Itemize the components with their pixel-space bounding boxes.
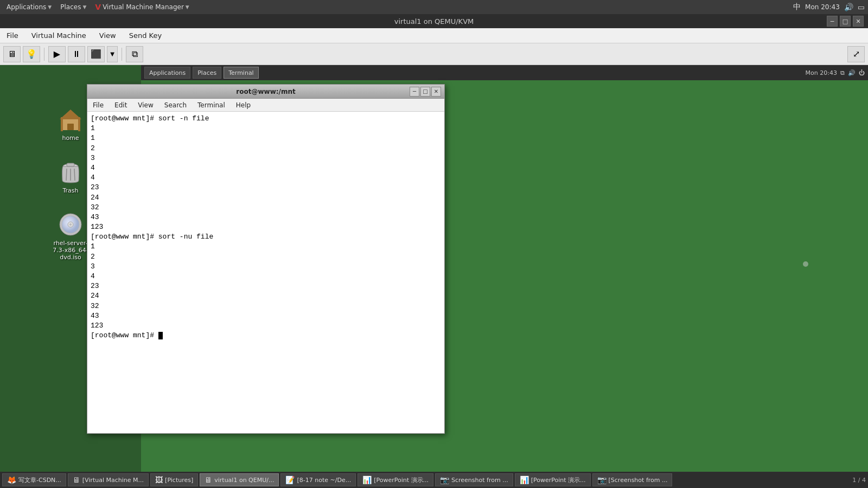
run-button[interactable]: ▶ (48, 46, 66, 62)
terminal-menu-edit[interactable]: Edit (109, 100, 132, 110)
screenshot1-icon: 📷 (440, 476, 449, 484)
inner-taskbar: Applications Places Terminal Mon 20:43 ⧉… (141, 65, 868, 80)
pictures-icon: 🖼 (155, 476, 163, 484)
taskbar-powerpoint1[interactable]: 📊 [PowerPoint 演示... (358, 473, 433, 486)
vm-toolbar: 🖥 💡 ▶ ⏸ ⬛ ▼ ⧉ ⤢ (0, 43, 868, 65)
taskbar-screenshot2[interactable]: 📷 [Screenshot from ... (592, 473, 673, 486)
terminal-title: root@www:/mnt (236, 88, 295, 95)
volume-icon[interactable]: 🔊 (844, 3, 853, 11)
terminal-close-button[interactable]: ✕ (431, 87, 441, 97)
stop-button[interactable]: ⬛ (87, 46, 105, 62)
terminal-window: root@www:/mnt ─ □ ✕ File Edit View Searc… (87, 84, 445, 434)
svg-rect-2 (67, 124, 74, 130)
note-icon: 📝 (285, 476, 295, 484)
vm-toolbar-right: ⤢ (847, 46, 865, 62)
terminal-menu-view[interactable]: View (132, 100, 158, 110)
vm-titlebar-controls: ─ □ ✕ (827, 16, 864, 27)
vm-manager-menu[interactable]: V Virtual Machine Manager ▼ (92, 0, 192, 14)
places-label: Places (60, 3, 81, 11)
taskbar-firefox[interactable]: 🦊 写文章-CSDN... (2, 473, 66, 486)
monitor-button[interactable]: 🖥 (3, 46, 21, 62)
taskbar-qemu[interactable]: 🖥 virtual1 on QEMU/... (200, 473, 279, 486)
inner-places-menu[interactable]: Places (193, 67, 221, 79)
dvd-label: rhel-server-7.3-x86_64-dvd.iso (49, 240, 92, 261)
terminal-menu-search[interactable]: Search (159, 100, 192, 110)
trash-icon (58, 159, 84, 185)
vm-close-button[interactable]: ✕ (853, 16, 864, 27)
powerpoint1-icon: 📊 (362, 476, 372, 484)
terminal-maximize-button[interactable]: □ (420, 87, 430, 97)
taskbar-pictures[interactable]: 🖼 [Pictures] (150, 473, 198, 486)
vm-menu-send-key[interactable]: Send Key (123, 29, 168, 42)
vm-maximize-button[interactable]: □ (840, 16, 851, 27)
system-bar-right: 中 Mon 20:43 🔊 ▭ (793, 2, 865, 12)
inner-power-icon: ⏻ (859, 69, 865, 76)
dvd-icon (58, 211, 84, 237)
taskbar-note[interactable]: 📝 [8-17 note ~/De... (280, 473, 356, 486)
terminal-titlebar[interactable]: root@www:/mnt ─ □ ✕ (87, 85, 444, 99)
system-bar-left: Applications ▼ Places ▼ V Virtual Machin… (3, 0, 193, 14)
home-icon (58, 106, 84, 132)
vm-menu-virtual-machine[interactable]: Virtual Machine (25, 29, 93, 42)
taskbar-powerpoint2[interactable]: 📊 [PowerPoint 演示... (515, 473, 591, 486)
vm-menu-view[interactable]: View (93, 29, 123, 42)
terminal-body[interactable]: [root@www mnt]# sort -n file 1 1 2 3 4 4… (87, 112, 444, 433)
inner-taskbar-right: Mon 20:43 ⧉ 🔊 ⏻ (806, 69, 865, 76)
terminal-menu-file[interactable]: File (87, 100, 109, 110)
toolbar-separator-1 (44, 48, 44, 61)
applications-arrow: ▼ (48, 4, 52, 10)
terminal-menu-bar: File Edit View Search Terminal Help (87, 99, 444, 112)
taskbar-qemu-label: virtual1 on QEMU/... (214, 477, 274, 484)
powerpoint2-icon: 📊 (520, 476, 529, 484)
terminal-menu-help[interactable]: Help (231, 100, 256, 110)
svg-point-13 (69, 223, 72, 226)
display-button[interactable]: ⧉ (126, 46, 143, 62)
inner-monitor-icon: ⧉ (840, 69, 845, 76)
trash-icon-item[interactable]: Trash (54, 156, 87, 197)
battery-icon: ▭ (858, 3, 865, 11)
taskbar-powerpoint1-label: [PowerPoint 演示... (374, 476, 429, 484)
terminal-minimize-button[interactable]: ─ (410, 87, 419, 97)
taskbar-firefox-label: 写文章-CSDN... (18, 476, 61, 484)
inner-terminal-item[interactable]: Terminal (224, 67, 259, 79)
clock: Mon 20:43 (805, 3, 840, 11)
inner-clock: Mon 20:43 (806, 69, 837, 76)
svg-line-6 (66, 169, 67, 181)
stop-expand[interactable]: ▼ (107, 46, 118, 62)
svg-rect-9 (67, 163, 74, 166)
vm-menu-file[interactable]: File (0, 29, 25, 42)
fullscreen-button[interactable]: ⤢ (847, 46, 865, 62)
system-bar: Applications ▼ Places ▼ V Virtual Machin… (0, 0, 868, 14)
applications-menu[interactable]: Applications ▼ (3, 0, 55, 14)
toolbar-separator-2 (122, 48, 122, 61)
vm-menu-bar: File Virtual Machine View Send Key (0, 28, 868, 43)
screenshot2-icon: 📷 (597, 476, 607, 484)
trash-label: Trash (62, 187, 78, 194)
taskbar-virt-manager-label: [Virtual Machine M... (82, 477, 144, 484)
places-arrow: ▼ (82, 4, 86, 10)
vm-titlebar: virtual1 on QEMU/KVM ─ □ ✕ (0, 14, 868, 28)
inner-applications-menu[interactable]: Applications (144, 67, 190, 79)
firefox-icon: 🦊 (7, 476, 16, 484)
home-icon-item[interactable]: home (54, 103, 87, 145)
pause-button[interactable]: ⏸ (68, 46, 85, 62)
taskbar-page-info: 1 / 4 (852, 477, 866, 484)
vm-manager-arrow: ▼ (186, 4, 189, 10)
vm-manager-label: Virtual Machine Manager (103, 3, 184, 11)
inner-volume-icon: 🔊 (848, 69, 856, 76)
taskbar-virt-manager[interactable]: 🖥 [Virtual Machine M... (68, 473, 149, 486)
details-button[interactable]: 💡 (23, 46, 40, 62)
bottom-taskbar: 🦊 写文章-CSDN... 🖥 [Virtual Machine M... 🖼 … (0, 472, 868, 488)
taskbar-screenshot2-label: [Screenshot from ... (609, 477, 668, 484)
taskbar-screenshot1[interactable]: 📷 Screenshot from ... (435, 473, 513, 486)
svg-line-8 (74, 169, 75, 181)
taskbar-powerpoint2-label: [PowerPoint 演示... (531, 476, 586, 484)
vm-minimize-button[interactable]: ─ (827, 16, 838, 27)
taskbar-pictures-label: [Pictures] (165, 477, 193, 484)
lang-icon[interactable]: 中 (793, 2, 801, 12)
taskbar-screenshot1-label: Screenshot from ... (451, 477, 508, 484)
terminal-menu-terminal[interactable]: Terminal (192, 100, 231, 110)
svg-rect-4 (78, 117, 80, 131)
places-menu[interactable]: Places ▼ (57, 0, 90, 14)
terminal-titlebar-controls: ─ □ ✕ (410, 87, 441, 97)
